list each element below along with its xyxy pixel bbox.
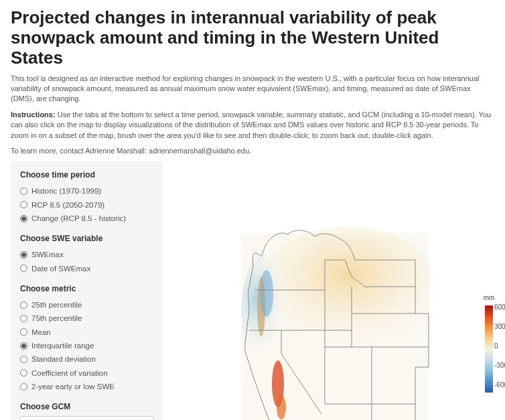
swe-option-swemax[interactable]: SWEmax [20,248,154,261]
swe-variable-group: Choose SWE variable SWEmax Date of SWEma… [20,233,154,275]
time-period-option-rcp85[interactable]: RCP 8.5 (2050-2079) [20,198,154,212]
metric-option-25th[interactable]: 25th percentile [20,298,154,311]
radio-label: 75th percentile [31,313,82,324]
radio-label: Historic (1970-1999) [31,186,101,196]
legend-tick: 600 [494,303,505,312]
intro-paragraph-3: To learn more, contact Adrienne Marshall… [11,146,494,156]
time-period-group: Choose time period Historic (1970-1999) … [20,169,154,225]
radio-label: RCP 8.5 (2050-2079) [31,200,104,210]
radio-label: 25th percentile [31,299,82,310]
metric-option-2yr[interactable]: 2-year early or low SWE [20,380,154,393]
metric-option-75th[interactable]: 75th percentile [20,311,154,325]
time-period-label: Choose time period [20,169,154,181]
intro-paragraph-2: Instructions: Use the tabs at the bottom… [11,110,494,141]
instructions-text: Use the tabs at the bottom to select a t… [11,111,491,139]
radio-label: Coefficient of variation [31,368,108,378]
radio-label: 2-year early or low SWE [31,381,115,392]
radio-label: Date of SWEmax [31,263,90,274]
map-panel: mm 600 300 0 -300 -600 [175,161,494,420]
page-title: Projected changes in interannual variabi… [11,8,494,68]
svg-point-4 [277,395,286,419]
map-holder[interactable]: mm 600 300 0 -300 -600 [214,213,455,420]
radio-label: Mean [31,327,51,338]
time-period-option-historic[interactable]: Historic (1970-1999) [20,184,154,198]
gcm-group: Choose GCM CNRM-CM5 [20,401,154,420]
metric-option-std[interactable]: Standard deviation [20,352,154,366]
radio-label: SWEmax [31,249,64,260]
legend-ticks: 600 300 0 -300 -600 [494,303,505,390]
intro-paragraph-1: This tool is designed as an interactive … [11,74,494,104]
legend-tick: -600 [494,380,505,390]
color-legend: mm 600 300 0 -300 -600 [469,293,505,393]
metric-option-iqr[interactable]: Interquartile range [20,339,154,352]
svg-point-6 [260,270,273,317]
time-period-option-change[interactable]: Change (RCP 8.5 - historic) [20,212,154,225]
radio-label: Standard deviation [31,354,96,364]
legend-tick: 0 [494,342,505,351]
legend-tick: -300 [494,361,505,370]
metric-option-mean[interactable]: Mean [20,326,154,339]
legend-colorbar [485,305,493,393]
legend-tick: 300 [494,322,505,332]
radio-label: Change (RCP 8.5 - historic) [31,213,126,224]
western-us-map[interactable] [214,213,455,420]
metric-option-cv[interactable]: Coefficient of variation [20,366,154,380]
metric-group: Choose metric 25th percentile 75th perce… [20,283,154,393]
gcm-select[interactable]: CNRM-CM5 [20,416,154,420]
swe-variable-label: Choose SWE variable [20,233,154,244]
legend-unit: mm [469,293,505,303]
swe-option-date[interactable]: Date of SWEmax [20,262,154,275]
gcm-label: Choose GCM [20,401,154,413]
instructions-label: Instructions: [11,111,56,119]
intro-block: This tool is designed as an interactive … [11,74,494,157]
radio-label: Interquartile range [31,340,94,351]
metric-label: Choose metric [20,283,154,295]
controls-sidebar: Choose time period Historic (1970-1999) … [11,161,163,420]
